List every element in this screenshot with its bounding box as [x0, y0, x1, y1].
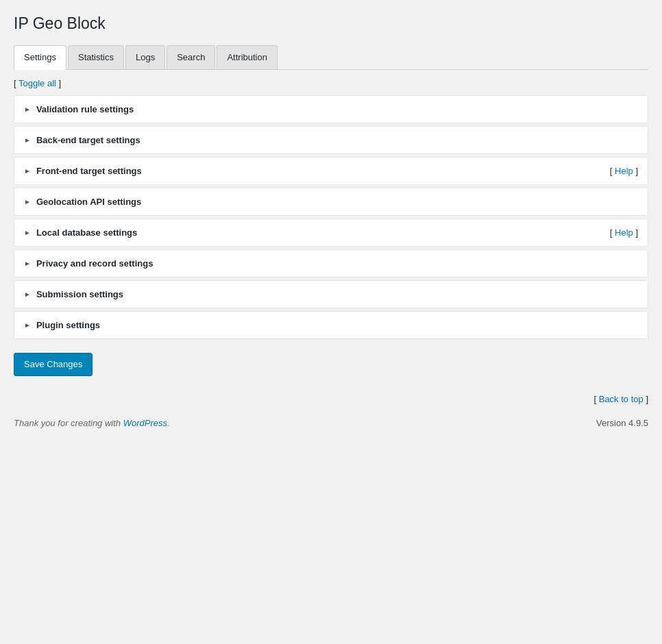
accordion-label-validation-rule: Validation rule settings [36, 104, 134, 114]
page-wrapper: IP Geo Block Settings Statistics Logs Se… [0, 0, 662, 456]
accordion-header-privacy-record[interactable]: ► Privacy and record settings [14, 250, 648, 277]
accordion-help-link-local-database[interactable]: Help [615, 227, 633, 238]
toggle-all-suffix: ] [56, 78, 61, 88]
accordion-label-geolocation-api: Geolocation API settings [36, 197, 141, 207]
accordion-label-privacy-record: Privacy and record settings [36, 258, 154, 269]
accordion-label-frontend-target: Front-end target settings [36, 166, 142, 176]
accordion-item-geolocation-api: ► Geolocation API settings [14, 188, 648, 216]
accordion-item-frontend-target: ► Front-end target settings [ Help ] [14, 157, 648, 185]
accordion-header-submission[interactable]: ► Submission settings [14, 281, 648, 308]
accordion-item-privacy-record: ► Privacy and record settings [14, 249, 648, 277]
accordion-label-local-database: Local database settings [36, 227, 137, 238]
accordion-header-backend-target[interactable]: ► Back-end target settings [14, 127, 648, 153]
accordion-label-backend-target: Back-end target settings [36, 135, 140, 145]
accordion-arrow-geolocation-api: ► [24, 198, 31, 206]
back-to-top-prefix: [ [593, 394, 598, 404]
accordion-label-plugin: Plugin settings [36, 320, 100, 330]
footer-version: Version 4.9.5 [596, 418, 648, 428]
footer-row: Thank you for creating with WordPress. V… [14, 418, 648, 428]
accordion-header-local-database[interactable]: ► Local database settings [ Help ] [14, 219, 648, 246]
tab-settings[interactable]: Settings [14, 45, 66, 70]
accordion-item-plugin: ► Plugin settings [14, 311, 648, 339]
accordion-arrow-plugin: ► [24, 321, 31, 329]
toggle-all-bar: [ Toggle all ] [14, 78, 648, 88]
toggle-all-prefix: [ [14, 78, 19, 88]
tabs-nav: Settings Statistics Logs Search Attribut… [14, 45, 648, 70]
accordion-arrow-privacy-record: ► [24, 260, 31, 267]
tab-logs[interactable]: Logs [125, 45, 165, 69]
tab-search[interactable]: Search [167, 45, 215, 69]
back-to-top-link[interactable]: Back to top [599, 394, 643, 404]
footer-credit: Thank you for creating with WordPress. [14, 418, 170, 428]
footer-text-after: . [167, 418, 170, 428]
tab-statistics[interactable]: Statistics [68, 45, 124, 69]
accordion-arrow-frontend-target: ► [24, 167, 31, 175]
tab-attribution[interactable]: Attribution [217, 45, 278, 69]
wordpress-link[interactable]: WordPress [123, 418, 167, 428]
back-to-top-row: [ Back to top ] [14, 394, 648, 404]
accordion-arrow-local-database: ► [24, 229, 31, 236]
save-changes-button[interactable]: Save Changes [14, 353, 93, 376]
accordion-item-local-database: ► Local database settings [ Help ] [14, 219, 648, 247]
accordion-header-plugin[interactable]: ► Plugin settings [14, 312, 648, 338]
accordion-list: ► Validation rule settings ► Back-end ta… [14, 95, 648, 339]
toggle-all-link[interactable]: Toggle all [19, 78, 56, 88]
accordion-header-validation-rule[interactable]: ► Validation rule settings [14, 96, 648, 123]
accordion-arrow-submission: ► [24, 290, 31, 298]
back-to-top-suffix: ] [643, 394, 648, 404]
accordion-arrow-validation-rule: ► [24, 106, 31, 113]
accordion-item-backend-target: ► Back-end target settings [14, 126, 648, 154]
accordion-arrow-backend-target: ► [24, 136, 31, 144]
accordion-item-submission: ► Submission settings [14, 280, 648, 308]
accordion-help-link-frontend-target[interactable]: Help [615, 166, 633, 176]
accordion-label-submission: Submission settings [36, 289, 123, 299]
accordion-header-frontend-target[interactable]: ► Front-end target settings [ Help ] [14, 158, 648, 184]
footer-text-before: Thank you for creating with [14, 418, 123, 428]
accordion-item-validation-rule: ► Validation rule settings [14, 95, 648, 123]
page-title: IP Geo Block [14, 14, 648, 34]
accordion-header-geolocation-api[interactable]: ► Geolocation API settings [14, 188, 648, 215]
